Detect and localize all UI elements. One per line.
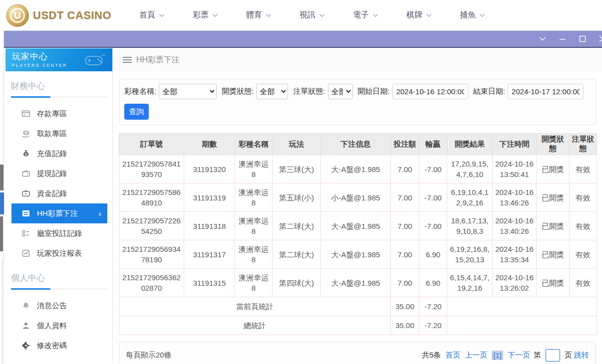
table-cell: 2024-10-16 13:35:34	[493, 240, 537, 269]
sidebar-item-提現記錄[interactable]: 提現記錄	[11, 164, 107, 183]
table-cell: 2152172905758648910	[119, 183, 184, 212]
table-cell: 已開獎	[537, 240, 570, 269]
chevron-down-icon	[319, 13, 325, 17]
column-header: 彩種名稱	[235, 134, 273, 155]
sidebar-item-取款專區[interactable]: 取款專區	[11, 124, 107, 144]
sidebar-item-修改密碼[interactable]: 修改密碼	[11, 336, 107, 356]
table-cell: 6,19,2,16,8,15,20,13	[447, 240, 493, 269]
window-body: 玩家中心 PLAYERS CENTER 財務中心存款專區取款專區$充值記錄提現記…	[4, 48, 602, 363]
section-divider	[11, 96, 107, 98]
page-jump-input[interactable]	[546, 349, 560, 362]
table-cell: 有效	[570, 212, 597, 240]
sidebar-item-存款專區[interactable]: 存款專區	[11, 104, 107, 124]
lottery-name-select[interactable]: 全部	[159, 84, 217, 99]
summary-bet-total: 35.00	[391, 316, 419, 335]
sidebar-section-title: 個人中心	[11, 272, 106, 284]
hall-bet-record-icon	[21, 229, 30, 238]
close-icon[interactable]	[599, 35, 602, 43]
chevron-down-icon	[266, 13, 272, 17]
logo-coin-icon: U	[6, 4, 29, 27]
nav-item-0[interactable]: 首頁	[139, 10, 165, 20]
sidebar-item-label: 取款專區	[37, 129, 67, 139]
nav-item-5[interactable]: 棋牌	[406, 10, 432, 20]
start-date-label: 開始日期:	[358, 87, 390, 96]
nav-item-1[interactable]: 彩票	[193, 10, 218, 20]
window-titlebar[interactable]	[4, 31, 602, 48]
end-date-input[interactable]	[508, 84, 584, 99]
summary-bet-total: 35.00	[391, 297, 419, 316]
nav-item-label: 視訊	[300, 10, 315, 20]
sidebar-item-個人資料[interactable]: 個人資料	[11, 316, 107, 336]
prev-page-link[interactable]: 上一页	[465, 351, 487, 360]
sidebar-item-充值記錄[interactable]: $充值記錄	[11, 144, 107, 164]
minimize-icon[interactable]	[559, 35, 567, 43]
player-center-window: 玩家中心 PLAYERS CENTER 財務中心存款專區取款專區$充值記錄提現記…	[4, 31, 602, 364]
jump-prefix: 第	[534, 351, 541, 360]
total-count: 共5条	[422, 351, 441, 360]
start-date-input[interactable]	[392, 84, 468, 99]
logo-text: USDT CASINO	[33, 9, 111, 22]
table-cell: 已開獎	[537, 212, 570, 240]
next-page-link[interactable]: 下一页	[508, 351, 530, 360]
sidebar-item-消息公告[interactable]: 消息公告	[11, 296, 107, 316]
jump-button[interactable]: 跳转	[574, 351, 589, 360]
table-cell: 大-A盤@1.985	[321, 212, 391, 240]
nav-item-3[interactable]: 視訊	[300, 10, 325, 20]
sidebar-item-資金記錄[interactable]: 資金記錄	[11, 183, 107, 203]
nav-item-label: 體育	[246, 10, 262, 20]
table-cell: 7.00	[391, 240, 419, 269]
table-cell: 2152172905693478190	[119, 240, 184, 269]
table-cell: 6.90	[419, 240, 447, 269]
section-divider	[11, 288, 107, 290]
table-cell: 大-A盤@1.985	[321, 269, 391, 297]
sidebar-item-HH彩票下注[interactable]: HH彩票下注›	[11, 203, 107, 223]
withdraw-record-icon	[21, 169, 30, 178]
first-page-link[interactable]: 首页	[445, 351, 460, 360]
table-cell: 2152172905784193570	[119, 155, 184, 183]
page-size-text: 每頁顯示20條	[126, 351, 172, 360]
gamepad-icon	[78, 52, 106, 68]
table-cell: 已開獎	[537, 155, 570, 183]
column-header: 開獎狀態	[537, 134, 570, 155]
table-cell: 2024-10-16 13:40:26	[493, 212, 537, 240]
table-cell: 澳洲幸运8	[235, 240, 273, 269]
chevron-down-icon	[212, 13, 218, 17]
sidebar-item-label: 充值記錄	[37, 149, 67, 159]
column-header: 下注信息	[321, 134, 391, 155]
search-button[interactable]: 查詢	[124, 104, 149, 120]
column-header: 下注時間	[493, 134, 537, 155]
collapse-icon[interactable]	[539, 35, 547, 43]
table-cell: 小-A盤@1.985	[321, 183, 391, 212]
table-cell: 17,20,9,15,4,7,6,10	[447, 155, 493, 183]
table-cell: 第四球(大)	[273, 269, 321, 297]
withdraw-hand-icon	[21, 129, 30, 138]
maximize-icon[interactable]	[579, 35, 587, 43]
nav-item-4[interactable]: 電子	[353, 10, 378, 20]
sidebar-item-label: 存款專區	[37, 109, 67, 119]
table-cell: 31191315	[184, 269, 235, 297]
sidebar-item-廳室投註記錄[interactable]: 廳室投註記錄	[11, 223, 107, 243]
notice-bell-icon	[21, 301, 30, 310]
sidebar-sections: 財務中心存款專區取款專區$充值記錄提現記錄資金記錄HH彩票下注›廳室投註記錄玩家…	[5, 80, 112, 363]
nav-item-2[interactable]: 體育	[246, 10, 272, 20]
summary-winloss-total: -7.20	[419, 297, 447, 316]
table-cell: -7.00	[419, 183, 447, 212]
background-fragment	[0, 216, 3, 251]
summary-row: 當前頁統計35.00-7.20	[119, 297, 597, 316]
table-row: 215217290569347819031191317澳洲幸运8第二球(大)大-…	[119, 240, 597, 269]
sidebar-header: 玩家中心 PLAYERS CENTER	[5, 48, 112, 71]
draw-status-select[interactable]: 全部	[256, 84, 288, 99]
table-cell: -7.00	[419, 212, 447, 240]
order-status-select[interactable]: 全部	[328, 84, 353, 99]
table-cell: 7.00	[391, 183, 419, 212]
sidebar-item-玩家投注報表[interactable]: 玩家投注報表	[11, 243, 107, 263]
password-gear-icon	[21, 341, 30, 350]
site-logo[interactable]: U USDT CASINO	[6, 4, 111, 27]
hamburger-icon[interactable]	[123, 56, 132, 63]
nav-item-6[interactable]: 捕魚	[460, 10, 485, 20]
sidebar-item-label: 廳室投註記錄	[37, 229, 82, 238]
background-fragment	[0, 165, 3, 190]
end-date-label: 結束日期:	[473, 87, 505, 96]
table-cell: 31191319	[184, 183, 235, 212]
chevron-down-icon	[159, 13, 165, 17]
